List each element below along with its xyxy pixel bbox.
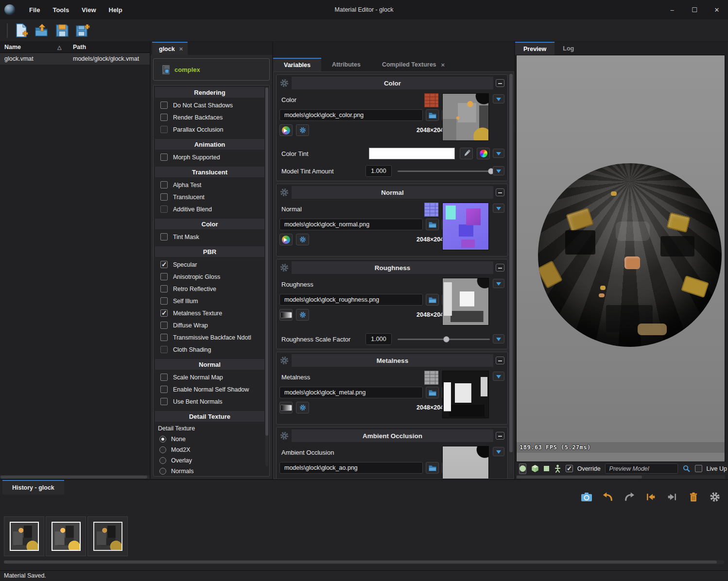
texture-settings-button[interactable] (296, 234, 309, 245)
collapse-icon[interactable] (496, 432, 504, 440)
option-row[interactable]: Diffuse Wrap (155, 319, 264, 331)
variables-vscrollbar[interactable] (509, 74, 513, 472)
snapshot-button[interactable] (579, 491, 594, 503)
option-row[interactable]: Morph Supported (155, 151, 264, 163)
option-row[interactable]: Translucent (155, 191, 264, 203)
preview-shape-plane-button[interactable] (544, 463, 550, 474)
option-checkbox[interactable] (160, 398, 168, 405)
tab-glock[interactable]: glock × (152, 42, 188, 55)
column-header-path[interactable]: Path (73, 44, 86, 51)
preview-shape-cube-button[interactable] (531, 463, 539, 474)
option-row[interactable]: Use Bent Normals (155, 395, 264, 408)
option-checkbox[interactable] (160, 386, 168, 393)
color-adjust-icon[interactable] (279, 234, 293, 245)
model-tint-amount-slider[interactable] (398, 165, 490, 177)
option-checkbox[interactable] (160, 374, 168, 381)
collapse-icon[interactable] (496, 188, 504, 196)
param-dropdown-button[interactable] (493, 279, 504, 288)
group-gear-icon[interactable] (279, 188, 289, 197)
option-row[interactable]: Do Not Cast Shadows (155, 99, 264, 111)
file-row-glock[interactable]: glock.vmat models/glock/glock.vmat (0, 53, 150, 65)
tab-variables[interactable]: Variables (273, 58, 321, 71)
group-gear-icon[interactable] (279, 356, 289, 365)
metalness-texture-preview[interactable] (442, 371, 489, 418)
collapse-icon[interactable] (496, 357, 504, 364)
close-button[interactable]: ✕ (706, 6, 728, 14)
file-browser-hscrollbar[interactable] (0, 475, 150, 479)
radio-button[interactable] (159, 446, 166, 453)
option-row[interactable]: Retro Reflective (155, 283, 264, 295)
model-search-icon[interactable] (682, 464, 691, 473)
tab-compiled-textures[interactable]: Compiled Textures × (371, 58, 455, 71)
option-checkbox[interactable] (160, 114, 168, 121)
normal-texture-preview[interactable] (442, 203, 489, 250)
color-wheel-icon[interactable] (477, 148, 490, 159)
option-row[interactable]: Metalness Texture (155, 307, 264, 319)
group-title[interactable]: Metalness (292, 354, 493, 367)
collapse-icon[interactable] (496, 79, 504, 87)
collapse-icon[interactable] (496, 264, 504, 272)
browse-folder-button[interactable] (426, 387, 439, 398)
option-row[interactable]: Enable Normal Self Shadow (155, 383, 264, 395)
option-row[interactable]: Tint Mask (155, 231, 264, 243)
preview-shape-sphere-button[interactable] (519, 463, 526, 474)
color-texture-preview[interactable] (442, 93, 489, 141)
radio-button[interactable] (159, 468, 166, 475)
live-update-checkbox[interactable] (695, 465, 702, 472)
redo-button[interactable] (622, 491, 637, 503)
color-tint-swatch[interactable] (369, 148, 455, 159)
sort-ascending-icon[interactable]: △ (57, 44, 73, 51)
option-checkbox[interactable] (160, 309, 168, 317)
material-preview-sphere[interactable] (538, 163, 722, 347)
preview-viewport[interactable]: 189.63 FPS (5.27ms) (516, 55, 725, 462)
save-material-button[interactable] (52, 22, 72, 39)
option-checkbox[interactable] (160, 285, 168, 292)
go-to-first-button[interactable] (643, 491, 658, 503)
param-dropdown-button[interactable] (493, 204, 504, 213)
option-checkbox[interactable] (160, 322, 168, 329)
option-checkbox[interactable] (160, 297, 168, 305)
option-row[interactable]: Specular (155, 258, 264, 271)
color-path-input[interactable]: models\glock\glock_color.png (279, 109, 423, 121)
roughness-scale-slider[interactable] (398, 333, 490, 345)
history-settings-button[interactable] (708, 491, 722, 503)
group-gear-icon[interactable] (279, 263, 289, 273)
preview-hscrollbar[interactable] (516, 475, 725, 479)
group-title[interactable]: Normal (292, 186, 493, 199)
menu-view[interactable]: View (75, 4, 102, 16)
texture-settings-button[interactable] (296, 309, 309, 321)
browse-folder-button[interactable] (426, 219, 439, 230)
model-tint-amount-value[interactable]: 1.000 (365, 165, 391, 177)
menu-tools[interactable]: Tools (46, 4, 75, 16)
options-vscrollbar[interactable] (265, 87, 268, 466)
shader-selector[interactable]: complex (153, 58, 270, 81)
new-material-button[interactable] (12, 22, 31, 39)
radio-row[interactable]: None (155, 434, 264, 444)
option-checkbox[interactable] (160, 154, 168, 161)
ao-path-input[interactable]: models\glock\glock_ao.png (279, 462, 423, 474)
option-checkbox[interactable] (160, 126, 168, 133)
param-dropdown-button[interactable] (493, 149, 504, 158)
param-dropdown-button[interactable] (493, 166, 504, 175)
preview-shape-model-button[interactable] (554, 463, 561, 474)
save-material-as-button[interactable] (73, 22, 92, 39)
group-gear-icon[interactable] (279, 78, 289, 88)
option-checkbox[interactable] (160, 102, 168, 109)
roughness-texture-preview[interactable] (442, 278, 489, 325)
group-title[interactable]: Ambient Occlusion (292, 429, 493, 442)
gradient-swatch-icon[interactable] (279, 402, 293, 413)
radio-row[interactable]: Normals (155, 466, 264, 477)
option-checkbox[interactable] (160, 233, 168, 240)
override-checkbox[interactable] (566, 465, 573, 472)
source-texture-thumbnail[interactable] (424, 93, 438, 107)
undo-button[interactable] (601, 491, 615, 503)
param-dropdown-button[interactable] (493, 334, 504, 343)
texture-settings-button[interactable] (296, 402, 309, 413)
radio-button[interactable] (159, 457, 166, 464)
roughness-path-input[interactable]: models\glock\glock_roughness.png (279, 294, 423, 306)
eyedropper-icon[interactable] (460, 148, 473, 159)
option-row[interactable]: Scale Normal Map (155, 371, 264, 383)
history-snapshot[interactable] (46, 516, 86, 556)
roughness-scale-value[interactable]: 1.000 (365, 333, 391, 345)
texture-settings-button[interactable] (296, 124, 309, 136)
